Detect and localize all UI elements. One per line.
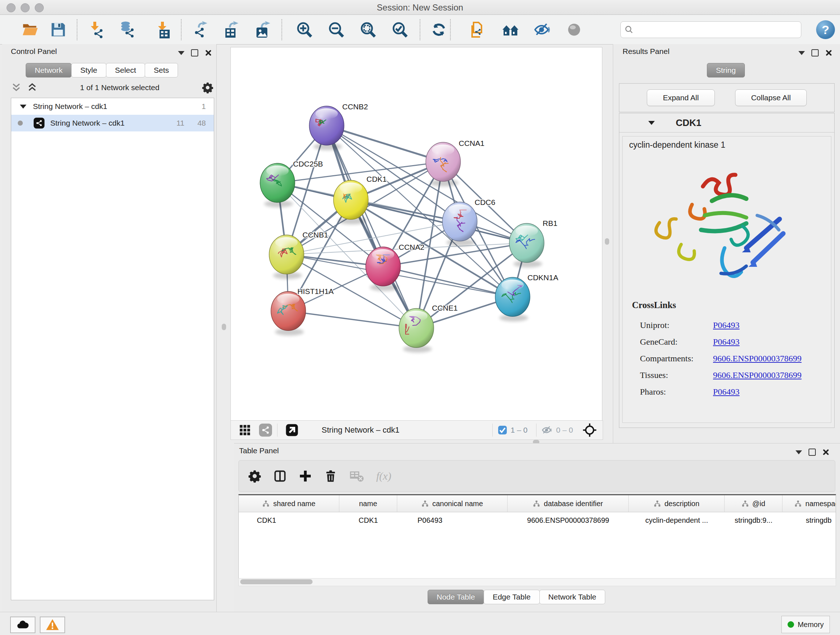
network-graph[interactable]: CCNB2CCNA1CDC25BCDK1CDC6RB1CCNB1CCNA2CDK… (231, 47, 602, 420)
tab-string[interactable]: String (707, 63, 745, 78)
export-network-button[interactable] (191, 21, 209, 39)
tab-sets[interactable]: Sets (145, 63, 178, 78)
network-view-icon[interactable] (259, 424, 272, 437)
grid-view-icon[interactable] (239, 424, 251, 436)
export-table-button[interactable] (222, 21, 240, 39)
column-header[interactable]: description (629, 495, 725, 512)
tab-node-table[interactable]: Node Table (428, 590, 484, 604)
crosslink-link[interactable]: 9606.ENSP00000378699 (713, 367, 802, 383)
network-edge[interactable] (327, 126, 416, 328)
import-network-database-button[interactable] (118, 21, 136, 39)
control-panel-collapse-icon[interactable] (178, 51, 185, 55)
search-field[interactable] (621, 21, 801, 38)
cell-canonical-name[interactable]: P06493 (397, 516, 508, 524)
zoom-out-button[interactable] (327, 21, 345, 39)
network-edge[interactable] (383, 266, 513, 297)
node-gloss (277, 294, 300, 304)
column-header[interactable]: name (339, 495, 397, 512)
network-node[interactable]: CCNA1 (426, 139, 485, 187)
left-splitter-handle[interactable] (222, 324, 226, 330)
table-gear-icon[interactable] (248, 470, 261, 483)
results-panel-float-icon[interactable] (812, 49, 819, 57)
cloud-button[interactable] (10, 616, 35, 633)
zoom-in-icon (296, 21, 313, 38)
expand-all-button[interactable]: Expand All (647, 89, 715, 106)
import-network-file-button[interactable] (87, 21, 105, 39)
network-node[interactable]: RB1 (509, 219, 557, 268)
cell-description[interactable]: cyclin-dependent ... (629, 516, 725, 524)
results-panel-close-icon[interactable] (825, 50, 832, 56)
control-panel-close-icon[interactable] (205, 50, 211, 56)
birds-eye-view-icon[interactable] (583, 423, 597, 437)
node-label: CCNB1 (302, 231, 328, 239)
clone-network-button[interactable] (468, 21, 486, 39)
zoom-fit-button[interactable] (359, 21, 377, 39)
network-panel-gear-icon[interactable] (202, 82, 213, 93)
cell-name[interactable]: CDK1 (339, 516, 397, 524)
delete-column-icon[interactable] (324, 470, 337, 483)
warnings-button[interactable] (40, 616, 65, 633)
table-row[interactable]: CDK1 CDK1 P06493 9606.ENSP00000378699 cy… (239, 512, 836, 528)
search-input[interactable] (634, 25, 797, 35)
column-header[interactable]: namespace (783, 495, 836, 512)
tab-style[interactable]: Style (71, 63, 106, 78)
column-header[interactable]: @id (725, 495, 783, 512)
column-header[interactable]: database identifier (508, 495, 629, 512)
network-collection-row[interactable]: String Network – cdk1 1 (11, 98, 214, 115)
selected-checkbox-icon[interactable] (498, 425, 507, 435)
network-icon (34, 118, 44, 128)
expand-all-networks-icon[interactable] (27, 82, 38, 93)
warning-icon (46, 618, 59, 632)
network-node[interactable]: CDKN1A (495, 273, 558, 321)
update-network-button[interactable] (430, 21, 448, 39)
column-header[interactable]: shared name (239, 495, 339, 512)
collapse-all-networks-icon[interactable] (11, 82, 22, 93)
results-panel-collapse-icon[interactable] (798, 51, 805, 55)
memory-button[interactable]: Memory (782, 616, 830, 633)
first-neighbors-button[interactable] (501, 21, 519, 39)
show-all-button[interactable] (565, 21, 583, 39)
crosslink-row: Tissues:9606.ENSP00000378699 (640, 367, 802, 383)
network-row-selected[interactable]: String Network – cdk1 11 48 (11, 115, 214, 131)
right-splitter-handle[interactable] (605, 238, 609, 245)
save-session-button[interactable] (49, 21, 67, 39)
hide-selected-button[interactable] (533, 21, 551, 39)
zoom-selected-button[interactable] (391, 21, 409, 39)
import-table-file-button[interactable] (153, 21, 172, 39)
horizontal-scrollbar[interactable] (238, 578, 836, 586)
table-panel-float-icon[interactable] (808, 448, 816, 456)
add-column-icon[interactable] (299, 470, 312, 483)
cell-namespace[interactable]: stringdb (783, 516, 836, 524)
tab-network[interactable]: Network (26, 63, 72, 78)
network-edge[interactable] (327, 126, 443, 162)
cell-shared-name[interactable]: CDK1 (239, 516, 339, 524)
collection-expander-icon[interactable] (20, 105, 27, 109)
tab-edge-table[interactable]: Edge Table (484, 590, 540, 604)
table-panel-collapse-icon[interactable] (796, 450, 802, 454)
tab-select[interactable]: Select (106, 63, 145, 78)
tab-network-table[interactable]: Network Table (539, 590, 606, 604)
detach-view-icon[interactable] (286, 424, 298, 437)
cell-id[interactable]: stringdb:9... (725, 516, 783, 524)
collapse-all-button[interactable]: Collapse All (735, 89, 807, 106)
network-node[interactable]: CCNE1 (399, 304, 458, 353)
entry-expander-icon[interactable] (648, 121, 655, 125)
help-button[interactable]: ? (816, 20, 835, 39)
network-node[interactable]: CCNB2 (309, 103, 368, 150)
control-panel-float-icon[interactable] (191, 49, 198, 57)
export-image-button[interactable] (253, 21, 271, 39)
cell-database-identifier[interactable]: 9606.ENSP00000378699 (508, 516, 629, 524)
zoom-in-button[interactable] (295, 21, 313, 39)
network-node[interactable]: HIST1H1A (271, 287, 333, 336)
show-columns-icon[interactable] (273, 470, 286, 483)
table-panel-close-icon[interactable] (822, 449, 829, 455)
open-session-button[interactable] (21, 21, 39, 39)
help-glyph: ? (822, 23, 829, 37)
column-header[interactable]: canonical name (397, 495, 508, 512)
crosslink-link[interactable]: P06493 (713, 383, 739, 400)
crosslink-link[interactable]: P06493 (713, 317, 739, 333)
crosslink-link[interactable]: P06493 (713, 333, 739, 350)
scrollbar-thumb[interactable] (240, 579, 313, 584)
network-edge[interactable] (288, 311, 416, 328)
crosslink-link[interactable]: 9606.ENSP00000378699 (713, 350, 802, 367)
